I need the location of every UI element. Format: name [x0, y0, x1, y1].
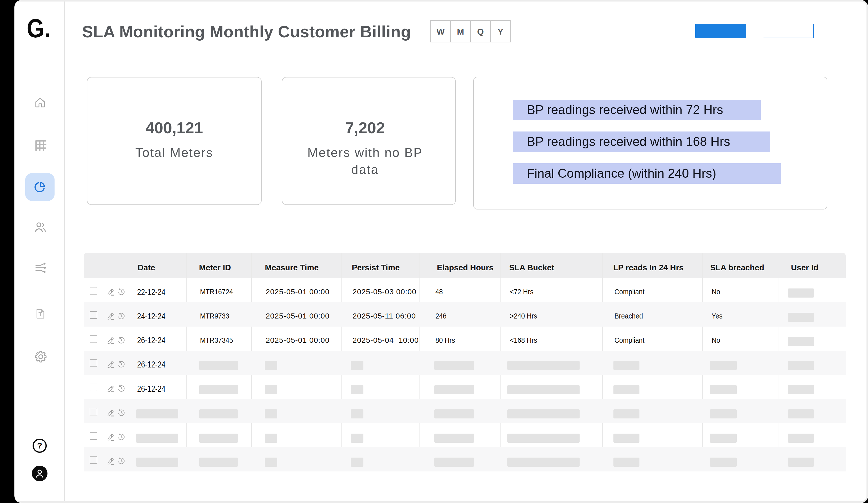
- svg-text:?: ?: [37, 441, 42, 450]
